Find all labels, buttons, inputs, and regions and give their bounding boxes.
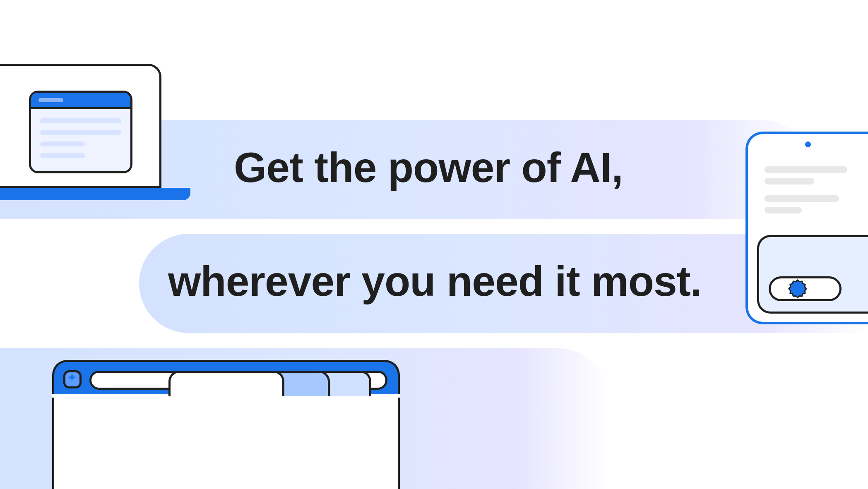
placeholder-line (765, 207, 802, 213)
app-titlebar (31, 93, 130, 109)
phone-illustration (745, 132, 868, 324)
headline-line-1: Get the power of AI, (234, 144, 623, 192)
badge-seal-icon (788, 279, 807, 298)
browser-toolbar (52, 396, 400, 489)
phone-camera-icon (805, 141, 811, 147)
placeholder-line (40, 130, 121, 135)
titlebar-chip (38, 98, 63, 102)
laptop-base (0, 188, 190, 200)
toggle-pill (769, 276, 842, 301)
placeholder-line (765, 166, 847, 173)
headline-line-2: wherever you need it most. (168, 257, 702, 306)
app-body (31, 109, 130, 173)
placeholder-line (765, 195, 839, 202)
browser-illustration (52, 360, 400, 489)
placeholder-line (40, 153, 85, 158)
browser-tab-active (168, 371, 284, 396)
placeholder-line (40, 118, 121, 123)
placeholder-line (765, 178, 814, 185)
sparkle-icon (64, 372, 80, 388)
promo-stage: Get the power of AI, wherever you need i… (0, 0, 868, 489)
laptop-illustration (0, 64, 190, 204)
placeholder-line (40, 141, 85, 146)
laptop-screen (0, 64, 161, 188)
phone-bottom-panel (757, 235, 868, 314)
app-window-icon (29, 91, 132, 173)
